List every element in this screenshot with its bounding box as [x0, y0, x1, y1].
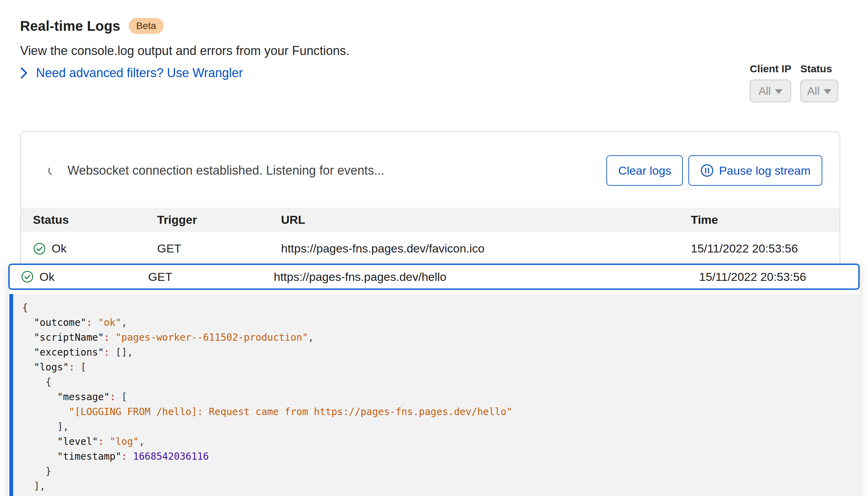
- wrangler-filters-link[interactable]: Need advanced filters? Use Wrangler: [20, 66, 243, 80]
- pause-log-stream-button[interactable]: Pause log stream: [688, 155, 822, 186]
- table-header: Status Trigger URL Time: [21, 208, 840, 232]
- json-code: { "outcome": "ok", "scriptName": "pages-…: [13, 294, 860, 496]
- status-filter-label: Status: [800, 63, 838, 75]
- client-ip-dropdown[interactable]: All: [750, 80, 791, 102]
- expanded-log-entry: Ok GET https://pages-fns.pages.dev/hello…: [8, 264, 860, 496]
- status-value: Ok: [52, 242, 66, 255]
- clear-logs-button[interactable]: Clear logs: [606, 155, 683, 186]
- client-ip-value: All: [759, 85, 771, 98]
- status-filter-value: All: [807, 85, 820, 98]
- time-value: 15/11/2022 20:53:56: [691, 242, 829, 255]
- caret-down-icon: [775, 89, 783, 94]
- table-row[interactable]: Ok GET https://pages-fns.pages.dev/favic…: [21, 232, 840, 265]
- wrangler-link-label: Need advanced filters? Use Wrangler: [36, 66, 243, 80]
- time-value: 15/11/2022 20:53:56: [699, 270, 848, 284]
- url-value: https://pages-fns.pages.dev/favicon.ico: [281, 242, 691, 255]
- client-ip-filter: Client IP All: [750, 63, 791, 102]
- log-detail: { "outcome": "ok", "scriptName": "pages-…: [8, 294, 860, 496]
- client-ip-label: Client IP: [750, 63, 791, 75]
- column-trigger: Trigger: [157, 213, 281, 227]
- trigger-value: GET: [157, 242, 281, 255]
- caret-down-icon: [824, 89, 831, 94]
- check-circle-icon: [21, 270, 34, 283]
- column-time: Time: [691, 213, 829, 227]
- selected-accent-bar: [9, 294, 13, 496]
- websocket-status-text: Websocket connection established. Listen…: [67, 163, 385, 178]
- chevron-right-icon: [20, 67, 28, 79]
- websocket-status-bar: Websocket connection established. Listen…: [21, 152, 840, 189]
- column-url: URL: [281, 213, 691, 227]
- realtime-logs-page: Real-time Logs Beta View the console.log…: [0, 0, 868, 496]
- column-status: Status: [33, 213, 157, 227]
- filters: Client IP All Status All: [750, 63, 838, 102]
- check-circle-icon: [33, 242, 46, 255]
- url-value: https://pages-fns.pages.dev/hello: [274, 270, 699, 284]
- page-subtitle: View the console.log output and errors f…: [20, 44, 350, 58]
- clear-logs-label: Clear logs: [618, 164, 671, 177]
- page-header: Real-time Logs Beta: [20, 18, 164, 34]
- pause-icon: [700, 164, 714, 177]
- table-row-selected[interactable]: Ok GET https://pages-fns.pages.dev/hello…: [8, 264, 860, 290]
- spinner-icon: [47, 165, 58, 176]
- trigger-value: GET: [148, 270, 274, 284]
- status-value: Ok: [39, 270, 54, 284]
- status-cell: Ok: [21, 270, 148, 284]
- status-cell: Ok: [33, 242, 157, 255]
- page-title: Real-time Logs: [20, 18, 120, 34]
- beta-badge: Beta: [129, 18, 164, 34]
- pause-log-stream-label: Pause log stream: [719, 164, 811, 177]
- panel-actions: Clear logs Pause log stream: [606, 155, 822, 186]
- status-filter: Status All: [800, 63, 838, 102]
- status-dropdown[interactable]: All: [800, 80, 838, 102]
